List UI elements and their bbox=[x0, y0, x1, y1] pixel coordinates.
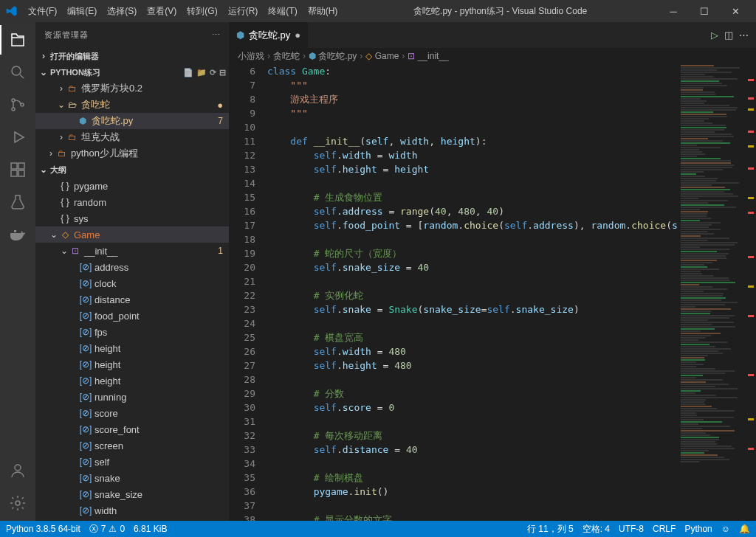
outline-item[interactable]: [⊘]width bbox=[35, 502, 229, 519]
outline-item[interactable]: [⊘]height bbox=[35, 373, 229, 389]
workspace-label: PYTHON练习 bbox=[50, 67, 100, 78]
outline-item[interactable]: [⊘]snake_size bbox=[35, 486, 229, 502]
account-icon[interactable] bbox=[0, 456, 35, 485]
outline-label: sys bbox=[74, 213, 229, 224]
outline-item[interactable]: [⊘]running bbox=[35, 389, 229, 405]
close-button[interactable]: ✕ bbox=[721, 1, 750, 21]
status-python[interactable]: Python 3.8.5 64-bit bbox=[6, 524, 80, 534]
tree-item[interactable]: ›🗀python少儿编程 bbox=[35, 145, 229, 162]
minimize-button[interactable]: ─ bbox=[659, 1, 688, 21]
outline-item[interactable]: { }pygame bbox=[35, 178, 229, 194]
outline-item[interactable]: [⊘]distance bbox=[35, 291, 229, 308]
breadcrumb-item[interactable]: 小游戏 bbox=[238, 50, 264, 63]
error-icon: ⓧ bbox=[89, 523, 98, 536]
breadcrumbs[interactable]: 小游戏›贪吃蛇›⬢ 贪吃蛇.py›◇ Game›⊡ __init__ bbox=[229, 48, 756, 64]
status-eol[interactable]: CRLF bbox=[653, 524, 676, 534]
feedback-icon[interactable]: ☺ bbox=[721, 524, 730, 534]
breadcrumb-item[interactable]: ⬢ 贪吃蛇.py bbox=[309, 50, 357, 63]
outline-label: running bbox=[94, 392, 229, 403]
outline-item[interactable]: [⊘]self bbox=[35, 454, 229, 470]
folder-icon: 🗀 bbox=[66, 83, 78, 94]
menu-item[interactable]: 终端(T) bbox=[264, 2, 301, 21]
outline-item[interactable]: ⌄◇Game bbox=[35, 226, 229, 243]
menu-item[interactable]: 运行(R) bbox=[224, 2, 263, 21]
workspace-section[interactable]: ⌄ PYTHON练习 📄 📁 ⟳ ⊟ bbox=[35, 64, 229, 80]
svg-point-12 bbox=[15, 465, 21, 471]
new-file-icon[interactable]: 📄 bbox=[183, 68, 193, 77]
docker-icon[interactable] bbox=[0, 220, 35, 249]
chevron-icon: › bbox=[56, 132, 66, 142]
minimap[interactable] bbox=[678, 64, 746, 521]
collapse-icon[interactable]: ⊟ bbox=[219, 68, 226, 77]
chevron-down-icon: ⌄ bbox=[38, 67, 49, 77]
breadcrumb-item[interactable]: 贪吃蛇 bbox=[273, 50, 300, 63]
refresh-icon[interactable]: ⟳ bbox=[210, 68, 216, 77]
outline-item[interactable]: { }random bbox=[35, 194, 229, 210]
tab-file[interactable]: ⬢ 贪吃蛇.py ● bbox=[229, 22, 309, 48]
status-encoding[interactable]: UTF-8 bbox=[619, 524, 644, 534]
outline-item[interactable]: [⊘]score_font bbox=[35, 421, 229, 437]
status-problems[interactable]: ⓧ7 ⚠0 bbox=[89, 523, 125, 536]
notifications-icon[interactable]: 🔔 bbox=[739, 524, 750, 534]
status-cursor[interactable]: 行 11，列 5 bbox=[527, 523, 574, 536]
code-editor[interactable]: class Game: """ 游戏主程序 """ def __init__(s… bbox=[267, 64, 678, 521]
new-folder-icon[interactable]: 📁 bbox=[196, 68, 207, 77]
extensions-icon[interactable] bbox=[0, 155, 35, 184]
menu-item[interactable]: 选择(S) bbox=[103, 2, 141, 21]
field-icon: [⊘] bbox=[80, 358, 92, 370]
tree-item[interactable]: ›🗀坦克大战 bbox=[35, 129, 229, 145]
run-icon[interactable]: ▷ bbox=[711, 30, 718, 41]
outline-item[interactable]: [⊘]address bbox=[35, 259, 229, 275]
menu-item[interactable]: 文件(F) bbox=[24, 2, 61, 21]
tree-item[interactable]: ⌄🗁贪吃蛇● bbox=[35, 97, 229, 113]
outline-item[interactable]: ⌄⊡__init__1 bbox=[35, 243, 229, 259]
debug-icon[interactable] bbox=[0, 122, 35, 152]
menu-item[interactable]: 查看(V) bbox=[142, 2, 181, 21]
maximize-button[interactable]: ☐ bbox=[690, 1, 719, 21]
outline-item[interactable]: [⊘]food_point bbox=[35, 308, 229, 324]
outline-label: height bbox=[94, 343, 229, 354]
outline-item[interactable]: [⊘]screen bbox=[35, 437, 229, 454]
scroll-strip[interactable] bbox=[746, 64, 756, 521]
tree-item[interactable]: ⬢贪吃蛇.py7 bbox=[35, 113, 229, 129]
chevron-right-icon: › bbox=[303, 51, 306, 61]
source-control-icon[interactable] bbox=[0, 90, 35, 119]
breadcrumb-item[interactable]: ⊡ __init__ bbox=[408, 51, 448, 61]
more-actions-icon[interactable]: ⋯ bbox=[739, 30, 749, 41]
tree-item[interactable]: ›🗀俄罗斯方块0.2 bbox=[35, 80, 229, 97]
warning-icon: ⚠ bbox=[109, 524, 117, 534]
outline-item[interactable]: [⊘]height bbox=[35, 356, 229, 373]
testing-icon[interactable] bbox=[0, 187, 35, 217]
chevron-right-icon: › bbox=[267, 51, 270, 61]
activitybar bbox=[0, 22, 35, 521]
explorer-icon[interactable] bbox=[0, 25, 35, 55]
status-lang[interactable]: Python bbox=[684, 524, 712, 534]
outline-label: address bbox=[94, 262, 229, 273]
status-spaces[interactable]: 空格: 4 bbox=[583, 523, 610, 536]
menu-item[interactable]: 编辑(E) bbox=[63, 2, 101, 21]
sidebar-title: 资源管理器 bbox=[44, 30, 89, 41]
outline-item[interactable]: [⊘]score bbox=[35, 405, 229, 421]
open-editors-section[interactable]: › 打开的编辑器 bbox=[35, 48, 229, 64]
outline-item[interactable]: [⊘]height bbox=[35, 340, 229, 356]
chevron-icon: ⌄ bbox=[49, 229, 59, 240]
menu-item[interactable]: 转到(G) bbox=[182, 2, 221, 21]
tab-dirty-icon[interactable]: ● bbox=[295, 30, 300, 41]
outline-item[interactable]: [⊘]snake bbox=[35, 470, 229, 486]
svg-rect-4 bbox=[11, 163, 17, 169]
more-icon[interactable]: ⋯ bbox=[212, 30, 220, 40]
field-icon: [⊘] bbox=[80, 488, 92, 500]
outline-item[interactable]: { }sys bbox=[35, 210, 229, 226]
search-icon[interactable] bbox=[0, 58, 35, 87]
outline-section[interactable]: ⌄ 大纲 bbox=[35, 162, 229, 178]
field-icon: [⊘] bbox=[80, 391, 92, 403]
outline-item[interactable]: [⊘]fps bbox=[35, 324, 229, 340]
menu-item[interactable]: 帮助(H) bbox=[303, 2, 343, 21]
outline-item[interactable]: [⊘]clock bbox=[35, 275, 229, 291]
ns-icon: { } bbox=[59, 180, 71, 192]
settings-icon[interactable] bbox=[0, 488, 35, 518]
split-editor-icon[interactable]: ◫ bbox=[724, 30, 733, 41]
status-size[interactable]: 6.81 KiB bbox=[134, 524, 167, 534]
breadcrumb-item[interactable]: ◇ Game bbox=[365, 51, 399, 61]
sidebar: 资源管理器 ⋯ › 打开的编辑器 ⌄ PYTHON练习 📄 📁 ⟳ ⊟ ›🗀俄罗… bbox=[35, 22, 229, 521]
